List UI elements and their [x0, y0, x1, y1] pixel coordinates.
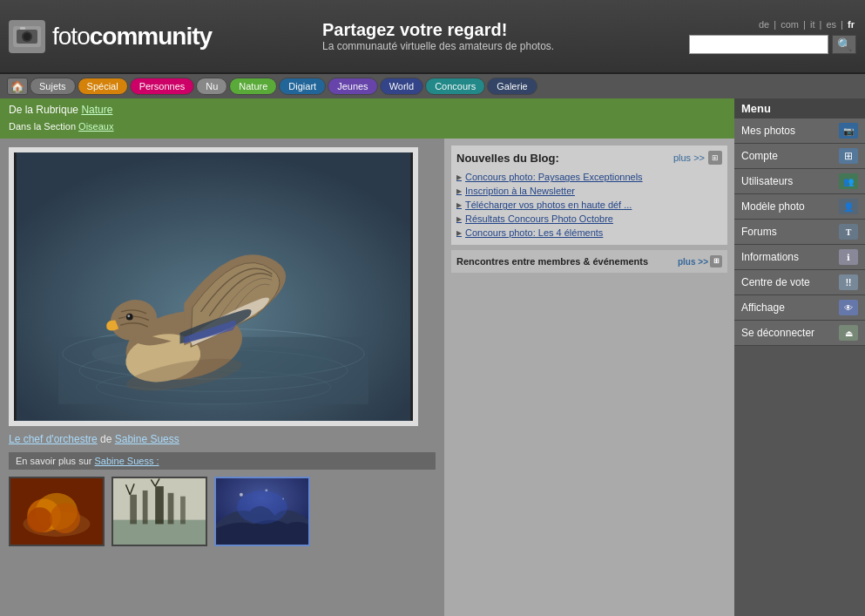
menu-item-mes-photos[interactable]: Mes photos 📷: [734, 118, 865, 144]
lang-fr[interactable]: fr: [848, 19, 855, 30]
menu-item-se-deconnecter[interactable]: Se déconnecter ⏏: [734, 321, 865, 346]
nav-tab-sujets[interactable]: Sujets: [30, 78, 76, 95]
breadcrumb-prefix: De la Rubrique: [9, 104, 78, 116]
svg-rect-29: [168, 493, 174, 525]
events-more-link[interactable]: plus >>: [678, 257, 708, 267]
breadcrumb-section2-link[interactable]: Oiseaux: [78, 121, 113, 132]
photo-author-link[interactable]: Sabine Suess: [115, 433, 179, 445]
informations-icon: ℹ: [839, 249, 858, 265]
nav-tab-personnes[interactable]: Personnes: [130, 78, 195, 95]
compte-label: Compte: [741, 150, 778, 162]
svg-point-3: [24, 33, 30, 40]
svg-point-23: [50, 504, 80, 534]
photo-title: Le chef d'orchestre de Sabine Suess: [9, 433, 436, 445]
utilisateurs-label: Utilisateurs: [741, 175, 793, 187]
svg-rect-27: [143, 491, 148, 525]
blog-more-link[interactable]: plus >>: [673, 152, 705, 163]
modele-photo-icon: 👤: [839, 199, 858, 214]
menu-title: Menu: [734, 98, 865, 118]
svg-rect-4: [20, 27, 25, 30]
nav-tab-world[interactable]: World: [380, 78, 424, 95]
affichage-label: Affichage: [741, 301, 785, 314]
photo-area: Le chef d'orchestre de Sabine Suess En s…: [0, 139, 444, 616]
menu-item-forums[interactable]: Forums T: [734, 220, 865, 245]
photo-frame: [9, 147, 418, 426]
mes-photos-icon: 📷: [839, 123, 858, 139]
svg-point-16: [127, 315, 130, 318]
forums-icon: T: [839, 224, 858, 240]
rss-icon: ⊞: [708, 151, 722, 165]
header: fotocommunity Partagez votre regard! La …: [0, 0, 865, 74]
nav-tab-special[interactable]: Spécial: [78, 78, 128, 95]
menu-item-centre-de-vote[interactable]: Centre de vote !!: [734, 270, 865, 295]
photo-main-image: [14, 152, 413, 421]
breadcrumb: De la Rubrique Nature Dans la Section Oi…: [0, 98, 734, 139]
svg-point-39: [237, 491, 287, 525]
lang-es[interactable]: es: [826, 19, 836, 30]
events-rss-icon: ⊞: [710, 255, 722, 267]
modele-photo-label: Modèle photo: [741, 200, 805, 213]
menu-item-modele-photo[interactable]: Modèle photo 👤: [734, 194, 865, 220]
nav-tab-digiart[interactable]: Digiart: [279, 78, 326, 95]
breadcrumb-section-link[interactable]: Nature: [81, 104, 112, 116]
search-input[interactable]: [689, 35, 828, 54]
vote-icon: !!: [839, 274, 858, 290]
svg-point-36: [240, 493, 243, 497]
search-row: 🔍: [689, 35, 856, 54]
home-button[interactable]: 🏠: [7, 78, 28, 95]
blog-title: Nouvelles du Blog:: [456, 152, 559, 165]
nav-tab-jeunes[interactable]: Jeunes: [328, 78, 377, 95]
informations-label: Informations: [741, 251, 799, 263]
more-author-link[interactable]: Sabine Suess :: [95, 456, 159, 466]
search-button[interactable]: 🔍: [832, 35, 856, 54]
forums-label: Forums: [741, 226, 777, 238]
blog-item-2[interactable]: Inscription à la Newsletter: [456, 184, 722, 198]
lang-links: de | com | it | es | fr: [757, 19, 856, 30]
blog-item-3[interactable]: Télécharger vos photos en haute déf ...: [456, 198, 722, 212]
right-sidebar: Menu Mes photos 📷 Compte ⊞ Utilisateurs …: [734, 98, 865, 616]
events-header: Rencontres entre membres & événements pl…: [456, 255, 722, 267]
logo-icon: [9, 20, 45, 53]
menu-item-informations[interactable]: Informations ℹ: [734, 245, 865, 270]
nav-tab-nature[interactable]: Nature: [229, 78, 277, 95]
nav-tab-concours[interactable]: Concours: [425, 78, 485, 95]
menu-item-affichage[interactable]: Affichage 👁: [734, 295, 865, 321]
blog-header: Nouvelles du Blog: plus >> ⊞: [456, 151, 722, 165]
more-photos-section: En savoir plus sur Sabine Suess :: [9, 452, 436, 470]
nav-bar: 🏠 Sujets Spécial Personnes Nu Nature Dig…: [0, 74, 865, 98]
lang-com[interactable]: com: [781, 19, 799, 30]
photo-title-link[interactable]: Le chef d'orchestre: [9, 433, 98, 445]
menu-item-utilisateurs[interactable]: Utilisateurs 👥: [734, 169, 865, 194]
menu-item-compte[interactable]: Compte ⊞: [734, 144, 865, 169]
main: De la Rubrique Nature Dans la Section Oi…: [0, 98, 865, 616]
lang-it[interactable]: it: [810, 19, 815, 30]
events-more: plus >> ⊞: [678, 255, 722, 267]
content-area: De la Rubrique Nature Dans la Section Oi…: [0, 98, 734, 616]
blog-section: Nouvelles du Blog: plus >> ⊞ Concours ph…: [451, 146, 727, 245]
lang-de[interactable]: de: [759, 19, 769, 30]
content-split: Le chef d'orchestre de Sabine Suess En s…: [0, 139, 734, 616]
nav-tab-nu[interactable]: Nu: [196, 78, 227, 95]
blog-sidebar: Nouvelles du Blog: plus >> ⊞ Concours ph…: [444, 139, 734, 616]
tagline-area: Partagez votre regard! La communauté vir…: [322, 20, 689, 52]
affichage-icon: 👁: [839, 300, 858, 315]
se-deconnecter-label: Se déconnecter: [741, 327, 814, 339]
blog-item-4[interactable]: Résultats Concours Photo Octobre: [456, 212, 722, 226]
nav-tab-galerie[interactable]: Galerie: [487, 78, 537, 95]
blog-item-1[interactable]: Concours photo: Paysages Exceptionnels: [456, 170, 722, 184]
logo-area: fotocommunity: [9, 20, 322, 53]
thumbnail-1[interactable]: [9, 477, 105, 546]
blog-item-5[interactable]: Concours photo: Les 4 éléments: [456, 226, 722, 240]
logout-icon: ⏏: [839, 325, 858, 341]
svg-point-22: [27, 508, 52, 533]
events-title: Rencontres entre membres & événements: [456, 256, 648, 267]
mes-photos-label: Mes photos: [741, 125, 795, 137]
lang-search: de | com | it | es | fr 🔍: [689, 19, 856, 54]
centre-de-vote-label: Centre de vote: [741, 276, 810, 288]
logo-text: fotocommunity: [52, 23, 212, 51]
thumbnail-3[interactable]: [214, 477, 310, 546]
events-section: Rencontres entre membres & événements pl…: [451, 250, 727, 273]
thumbnail-2[interactable]: [112, 477, 207, 546]
tagline-subtitle: La communauté virtuelle des amateurs de …: [322, 40, 689, 52]
thumbnails: [9, 477, 436, 546]
